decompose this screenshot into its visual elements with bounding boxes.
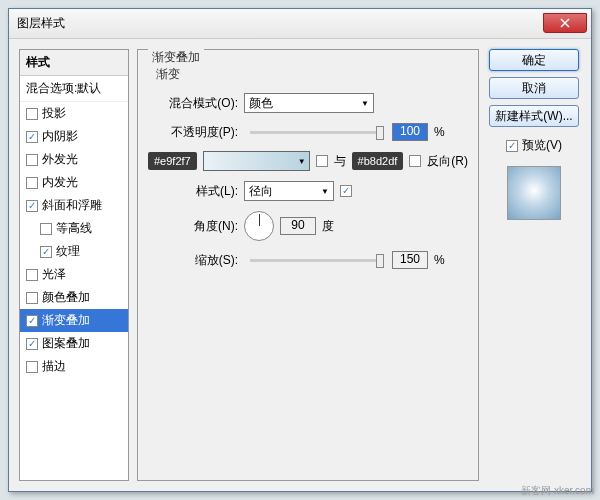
color-end-swatch[interactable]: #b8d2df <box>352 152 404 170</box>
style-label: 渐变叠加 <box>42 312 90 329</box>
styles-list: 样式 混合选项:默认 投影内阴影外发光内发光斜面和浮雕等高线纹理光泽颜色叠加渐变… <box>19 49 129 481</box>
align-layer-checkbox[interactable] <box>340 185 352 197</box>
scale-unit: % <box>434 253 445 267</box>
style-label: 投影 <box>42 105 66 122</box>
style-label: 内阴影 <box>42 128 78 145</box>
style-checkbox[interactable] <box>26 338 38 350</box>
panel-subtitle: 渐变 <box>156 66 468 83</box>
close-icon <box>560 18 570 28</box>
style-label: 纹理 <box>56 243 80 260</box>
style-label: 外发光 <box>42 151 78 168</box>
style-label: 斜面和浮雕 <box>42 197 102 214</box>
style-label: 内发光 <box>42 174 78 191</box>
angle-dial[interactable] <box>244 211 274 241</box>
opacity-unit: % <box>434 125 445 139</box>
style-checkbox[interactable] <box>26 131 38 143</box>
ok-button[interactable]: 确定 <box>489 49 579 71</box>
style-label: 图案叠加 <box>42 335 90 352</box>
style-item-图案叠加[interactable]: 图案叠加 <box>20 332 128 355</box>
style-checkbox[interactable] <box>40 223 52 235</box>
titlebar: 图层样式 <box>9 9 591 39</box>
style-item-描边[interactable]: 描边 <box>20 355 128 378</box>
new-style-button[interactable]: 新建样式(W)... <box>489 105 579 127</box>
style-checkbox[interactable] <box>26 200 38 212</box>
style-item-光泽[interactable]: 光泽 <box>20 263 128 286</box>
blend-mode-select[interactable]: 颜色 ▼ <box>244 93 374 113</box>
watermark: 新客网 xker.com <box>521 484 594 498</box>
angle-unit: 度 <box>322 218 334 235</box>
scale-slider-thumb[interactable] <box>376 254 384 268</box>
styles-header: 样式 <box>20 50 128 76</box>
preview-label: 预览(V) <box>522 137 562 154</box>
window-title: 图层样式 <box>17 15 65 32</box>
style-item-斜面和浮雕[interactable]: 斜面和浮雕 <box>20 194 128 217</box>
dropdown-arrow-icon: ▼ <box>361 99 369 108</box>
style-label: 样式(L): <box>148 183 238 200</box>
opacity-slider[interactable] <box>250 131 380 134</box>
opacity-label: 不透明度(P): <box>148 124 238 141</box>
style-label: 等高线 <box>56 220 92 237</box>
align-label: 与 <box>334 153 346 170</box>
style-label: 光泽 <box>42 266 66 283</box>
color-start-swatch[interactable]: #e9f2f7 <box>148 152 197 170</box>
scale-slider[interactable] <box>250 259 380 262</box>
gradient-picker[interactable]: ▼ <box>203 151 310 171</box>
style-checkbox[interactable] <box>26 108 38 120</box>
style-checkbox[interactable] <box>26 292 38 304</box>
style-select[interactable]: 径向 ▼ <box>244 181 334 201</box>
style-item-颜色叠加[interactable]: 颜色叠加 <box>20 286 128 309</box>
style-checkbox[interactable] <box>26 154 38 166</box>
reverse-label: 反向(R) <box>427 153 468 170</box>
gradient-overlay-panel: 渐变叠加 渐变 混合模式(O): 颜色 ▼ 不透明度(P): 100 % #e9… <box>137 49 479 481</box>
style-checkbox[interactable] <box>26 177 38 189</box>
preview-swatch <box>507 166 561 220</box>
style-item-渐变叠加[interactable]: 渐变叠加 <box>20 309 128 332</box>
style-checkbox[interactable] <box>40 246 52 258</box>
style-checkbox[interactable] <box>26 315 38 327</box>
panel-title: 渐变叠加 <box>148 49 204 66</box>
blend-options-item[interactable]: 混合选项:默认 <box>20 76 128 102</box>
style-label: 描边 <box>42 358 66 375</box>
style-item-等高线[interactable]: 等高线 <box>20 217 128 240</box>
align-checkbox[interactable] <box>316 155 328 167</box>
style-label: 颜色叠加 <box>42 289 90 306</box>
dropdown-arrow-icon: ▼ <box>298 157 306 166</box>
dropdown-arrow-icon: ▼ <box>321 187 329 196</box>
reverse-checkbox[interactable] <box>409 155 421 167</box>
opacity-slider-thumb[interactable] <box>376 126 384 140</box>
scale-input[interactable]: 150 <box>392 251 428 269</box>
style-item-外发光[interactable]: 外发光 <box>20 148 128 171</box>
scale-label: 缩放(S): <box>148 252 238 269</box>
layer-style-dialog: 图层样式 样式 混合选项:默认 投影内阴影外发光内发光斜面和浮雕等高线纹理光泽颜… <box>8 8 592 492</box>
preview-checkbox[interactable] <box>506 140 518 152</box>
style-item-内发光[interactable]: 内发光 <box>20 171 128 194</box>
cancel-button[interactable]: 取消 <box>489 77 579 99</box>
angle-input[interactable]: 90 <box>280 217 316 235</box>
close-button[interactable] <box>543 13 587 33</box>
action-panel: 确定 取消 新建样式(W)... 预览(V) <box>487 49 581 481</box>
angle-label: 角度(N): <box>148 218 238 235</box>
style-item-投影[interactable]: 投影 <box>20 102 128 125</box>
style-value: 径向 <box>249 183 273 200</box>
blend-mode-value: 颜色 <box>249 95 273 112</box>
opacity-input[interactable]: 100 <box>392 123 428 141</box>
dialog-body: 样式 混合选项:默认 投影内阴影外发光内发光斜面和浮雕等高线纹理光泽颜色叠加渐变… <box>9 39 591 491</box>
style-checkbox[interactable] <box>26 269 38 281</box>
style-item-内阴影[interactable]: 内阴影 <box>20 125 128 148</box>
blend-mode-label: 混合模式(O): <box>148 95 238 112</box>
style-item-纹理[interactable]: 纹理 <box>20 240 128 263</box>
style-checkbox[interactable] <box>26 361 38 373</box>
